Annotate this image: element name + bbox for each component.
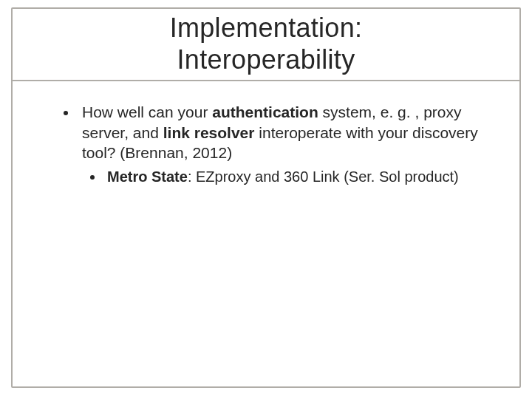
title-line-2: Interoperability: [177, 44, 355, 75]
bullet-item: How well can your authentication system,…: [78, 102, 482, 186]
sub-bullet-strong: Metro State: [107, 168, 188, 185]
title-underline: [13, 80, 519, 81]
bullet-strong-1: authentication: [212, 103, 318, 120]
bullet-strong-2: link resolver: [163, 124, 255, 141]
slide-title: Implementation: Interoperability: [13, 12, 519, 75]
bullet-list: How well can your authentication system,…: [58, 102, 482, 186]
slide-content: How well can your authentication system,…: [13, 102, 519, 186]
slide: Implementation: Interoperability How wel…: [0, 0, 532, 399]
slide-frame: Implementation: Interoperability How wel…: [11, 7, 521, 388]
bullet-text-prefix: How well can your: [82, 103, 212, 120]
sub-bullet-rest: : EZproxy and 360 Link (Ser. Sol product…: [188, 168, 459, 185]
title-line-1: Implementation:: [170, 13, 363, 43]
sub-bullet-item: Metro State: EZproxy and 360 Link (Ser. …: [104, 167, 482, 186]
sub-bullet-list: Metro State: EZproxy and 360 Link (Ser. …: [82, 167, 482, 186]
